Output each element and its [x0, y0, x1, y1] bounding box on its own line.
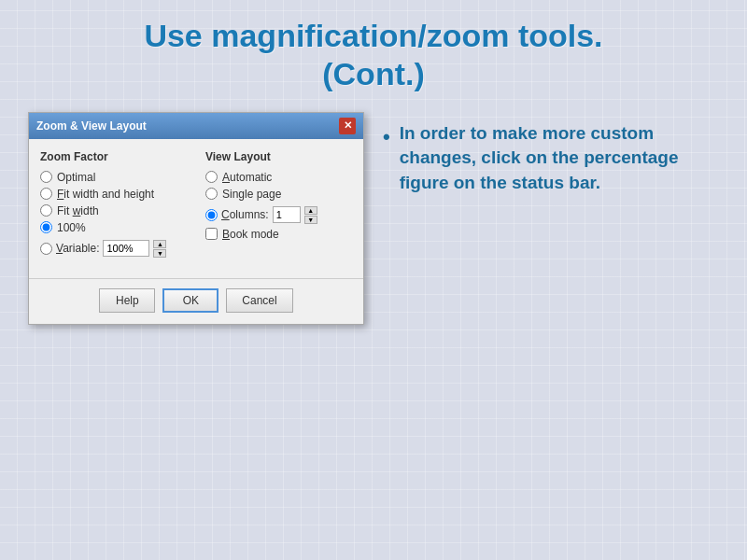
slide-title: Use magnification/zoom tools. (Cont.): [0, 0, 747, 103]
zoom-label-variable: Variable:: [56, 242, 99, 255]
view-label-columns: Columns:: [221, 208, 269, 221]
view-radio-singlepage[interactable]: [205, 188, 218, 200]
view-option-columns: Columns: ▲ ▼: [205, 206, 352, 224]
view-label-automatic: Automatic: [222, 171, 272, 184]
zoom-radio-fitwidthheight[interactable]: [40, 188, 52, 200]
view-option-singlepage: Single page: [205, 188, 352, 201]
zoom-option-fitwidth: Fit width: [40, 204, 187, 217]
bullet-list: • In order to make more custom changes, …: [383, 121, 728, 196]
columns-down[interactable]: ▼: [304, 216, 317, 224]
book-mode-checkbox[interactable]: [205, 228, 218, 240]
zoom-option-variable: Variable: ▲ ▼: [40, 240, 187, 258]
view-radio-group: Automatic Single page Columns: ▲: [205, 171, 352, 224]
zoom-radio-variable[interactable]: [40, 243, 52, 255]
content-area: Zoom & View Layout ✕ Zoom Factor Optimal: [0, 103, 747, 334]
zoom-label-fitwidth: Fit width: [57, 204, 99, 217]
dialog-buttons: Help OK Cancel: [29, 288, 363, 324]
zoom-variable-input[interactable]: [103, 240, 149, 257]
zoom-label-fitwidthheight: Fit width and height: [57, 188, 154, 201]
zoom-factor-header: Zoom Factor: [40, 150, 187, 163]
view-option-automatic: Automatic: [205, 171, 352, 184]
dialog-separator: [29, 278, 363, 279]
columns-spinner: ▲ ▼: [304, 206, 317, 224]
zoom-radio-100[interactable]: [40, 221, 52, 233]
ok-button[interactable]: OK: [162, 288, 218, 313]
view-radio-columns[interactable]: [205, 209, 218, 221]
zoom-variable-down[interactable]: ▼: [153, 249, 166, 258]
zoom-radio-optimal[interactable]: [40, 171, 52, 183]
book-mode-item: Book mode: [205, 228, 352, 241]
zoom-option-fitwidthheight: Fit width and height: [40, 188, 187, 201]
cancel-button[interactable]: Cancel: [226, 288, 292, 313]
zoom-factor-col: Zoom Factor Optimal Fit width and height: [40, 150, 187, 258]
dialog-body: Zoom Factor Optimal Fit width and height: [29, 139, 363, 269]
zoom-view-dialog: Zoom & View Layout ✕ Zoom Factor Optimal: [28, 112, 364, 325]
zoom-radio-group: Optimal Fit width and height Fit width: [40, 171, 187, 258]
zoom-label-100: 100%: [57, 221, 86, 234]
help-button[interactable]: Help: [99, 288, 155, 313]
zoom-variable-spinner: ▲ ▼: [153, 240, 166, 258]
columns-input[interactable]: [273, 206, 301, 223]
columns-up[interactable]: ▲: [304, 206, 317, 215]
view-label-singlepage: Single page: [222, 188, 281, 201]
dialog-close-button[interactable]: ✕: [339, 118, 356, 134]
bullet-content: • In order to make more custom changes, …: [383, 112, 728, 196]
dialog-title: Zoom & View Layout: [36, 119, 147, 133]
dialog-columns: Zoom Factor Optimal Fit width and height: [40, 150, 352, 258]
bullet-dot: •: [383, 123, 390, 152]
view-layout-col: View Layout Automatic Single page Col: [205, 150, 352, 258]
zoom-radio-fitwidth[interactable]: [40, 204, 52, 217]
bullet-text-1: In order to make more custom changes, cl…: [400, 121, 728, 196]
title-line2: (Cont.): [322, 56, 425, 91]
book-mode-label: Book mode: [222, 228, 279, 241]
zoom-label-optimal: Optimal: [57, 171, 95, 184]
zoom-variable-up[interactable]: ▲: [153, 240, 166, 248]
dialog-titlebar: Zoom & View Layout ✕: [29, 113, 363, 139]
title-line1: Use magnification/zoom tools.: [144, 18, 602, 53]
zoom-option-optimal: Optimal: [40, 171, 187, 184]
bullet-item-1: • In order to make more custom changes, …: [383, 121, 728, 196]
zoom-option-100: 100%: [40, 221, 187, 234]
view-radio-automatic[interactable]: [205, 171, 218, 183]
view-layout-header: View Layout: [205, 150, 352, 163]
